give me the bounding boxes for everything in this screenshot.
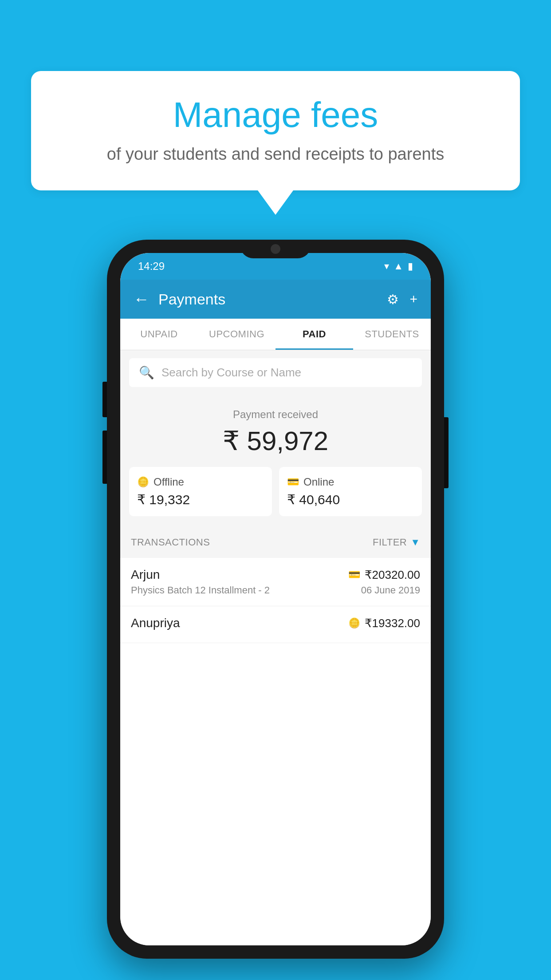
offline-amount: ₹ 19,332 [137,492,264,507]
online-label: Online [303,476,334,488]
card-payment-icon: 💳 [348,569,360,581]
search-icon: 🔍 [139,365,154,380]
transaction-name: Arjun [131,568,160,582]
online-amount: ₹ 40,640 [287,492,414,507]
payment-received-label: Payment received [129,408,422,421]
transaction-course: Physics Batch 12 Installment - 2 [131,585,270,596]
transaction-amount: ₹19332.00 [365,616,420,630]
tab-students[interactable]: STUDENTS [353,319,431,350]
tabs-bar: UNPAID UPCOMING PAID STUDENTS [120,319,431,350]
transaction-name: Anupriya [131,616,180,630]
transaction-list: Arjun 💳 ₹20320.00 Physics Batch 12 Insta… [120,558,431,945]
app-bar: ← Payments ⚙ + [120,280,431,319]
speech-bubble-arrow [258,190,293,215]
gear-icon[interactable]: ⚙ [387,292,399,307]
transactions-label: TRANSACTIONS [131,537,210,548]
transaction-item[interactable]: Arjun 💳 ₹20320.00 Physics Batch 12 Insta… [120,558,431,606]
speech-bubble-title: Manage fees [58,95,493,134]
phone-device: 14:29 ▾ ▲ ▮ ← Payments ⚙ + [107,240,444,959]
wifi-icon: ▾ [384,261,389,272]
payment-cards: 🪙 Offline ₹ 19,332 💳 Online ₹ 4 [129,467,422,516]
filter-button[interactable]: FILTER ▼ [373,537,420,548]
offline-payment-card: 🪙 Offline ₹ 19,332 [129,467,272,516]
online-payment-card: 💳 Online ₹ 40,640 [279,467,422,516]
tab-paid[interactable]: PAID [276,319,353,350]
tab-unpaid[interactable]: UNPAID [120,319,198,350]
offline-icon: 🪙 [137,476,149,488]
filter-icon: ▼ [410,537,420,548]
app-bar-title: Payments [158,291,387,308]
status-icons: ▾ ▲ ▮ [384,261,413,272]
speech-bubble-subtitle: of your students and send receipts to pa… [58,142,493,166]
transactions-header: TRANSACTIONS FILTER ▼ [120,527,431,558]
app-bar-actions: ⚙ + [387,292,417,307]
payment-total-amount: ₹ 59,972 [129,425,422,456]
speech-bubble-container: Manage fees of your students and send re… [31,71,520,215]
transaction-date: 06 June 2019 [361,585,420,596]
power-button[interactable] [444,417,449,488]
battery-icon: ▮ [408,261,413,272]
transaction-amount-row: 🪙 ₹19332.00 [348,616,420,630]
signal-icon: ▲ [394,261,403,272]
add-icon[interactable]: + [409,292,417,307]
phone-screen: 14:29 ▾ ▲ ▮ ← Payments ⚙ + [120,253,431,945]
phone-notch [240,240,311,258]
volume-down-button[interactable] [102,431,107,484]
volume-up-button[interactable] [102,382,107,417]
phone-frame: 14:29 ▾ ▲ ▮ ← Payments ⚙ + [107,240,444,959]
transaction-item[interactable]: Anupriya 🪙 ₹19332.00 [120,606,431,643]
search-input[interactable]: Search by Course or Name [161,366,301,379]
transaction-amount: ₹20320.00 [365,568,420,582]
online-icon: 💳 [287,476,299,488]
filter-label: FILTER [373,537,407,548]
back-button[interactable]: ← [134,290,150,308]
tab-upcoming[interactable]: UPCOMING [198,319,276,350]
offline-payment-icon: 🪙 [348,617,360,629]
search-container: 🔍 Search by Course or Name [120,350,431,395]
search-box[interactable]: 🔍 Search by Course or Name [129,358,422,387]
offline-label: Offline [153,476,184,488]
status-time: 14:29 [138,260,165,273]
speech-bubble: Manage fees of your students and send re… [31,71,520,190]
payment-summary: Payment received ₹ 59,972 🪙 Offline ₹ 19… [120,395,431,527]
transaction-amount-row: 💳 ₹20320.00 [348,568,420,582]
